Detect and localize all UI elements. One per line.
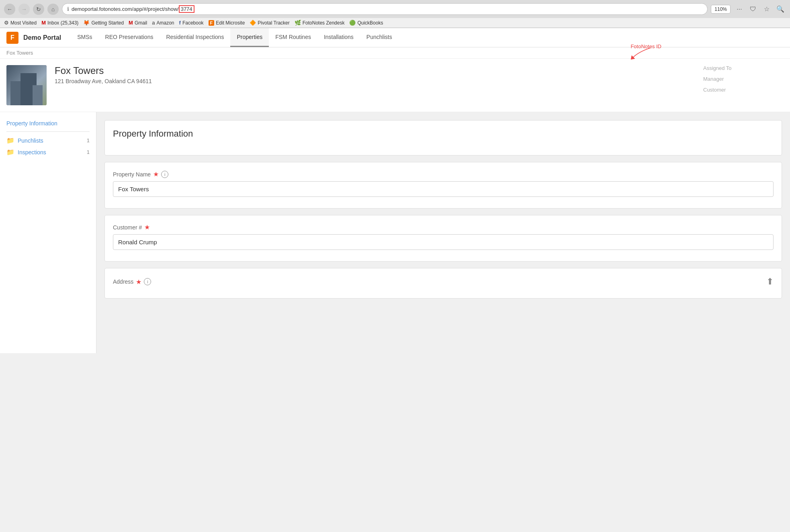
property-meta: Assigned To Manager Customer <box>703 65 784 98</box>
sidebar-divider <box>6 131 90 132</box>
address-label-text: Address <box>113 278 133 285</box>
bookmark-fotonotes-zendesk[interactable]: 🌿 FotoNotes Zendesk <box>295 20 345 26</box>
property-info: Fox Towers 121 Broadway Ave, Oakland CA … <box>55 65 703 84</box>
pivotal-tracker-label: Pivotal Tracker <box>258 20 289 26</box>
address-upload-icon[interactable]: ⬆ <box>766 276 774 287</box>
search-button[interactable]: 🔍 <box>775 4 786 15</box>
address-bar[interactable]: ℹ demoportal.fotonotes.com/app/#/project… <box>62 3 708 15</box>
edit-microsite-label: Edit Microsite <box>216 20 245 26</box>
getting-started-label: Getting Started <box>91 20 124 26</box>
bookmark-facebook[interactable]: f Facebook <box>179 20 204 26</box>
nav-reo-preservations[interactable]: REO Preservations <box>99 28 160 47</box>
property-name-heading: Fox Towers <box>55 65 703 76</box>
bookmark-getting-started[interactable]: 🦊 Getting Started <box>83 20 124 26</box>
reload-button[interactable]: ↻ <box>33 4 44 15</box>
most-visited-icon: ⚙ <box>4 20 9 26</box>
customer-number-required: ★ <box>144 223 150 231</box>
building-shape-3 <box>33 85 43 105</box>
zoom-level: 110% <box>711 5 731 14</box>
bookmark-button[interactable]: ☆ <box>761 4 772 15</box>
fotonotes-id-annotation: FotoNotes ID <box>630 43 661 60</box>
back-button[interactable]: ← <box>4 4 15 15</box>
property-image <box>6 65 47 105</box>
nav-residential-inspections[interactable]: Residential Inspections <box>160 28 230 47</box>
sidebar-inspections-label: Inspections <box>18 149 46 156</box>
address-info-icon[interactable]: i <box>144 278 151 285</box>
bookmark-most-visited[interactable]: ⚙ Most Visited <box>4 20 37 26</box>
property-header: Fox Towers 121 Broadway Ave, Oakland CA … <box>0 59 790 112</box>
customer-number-label-text: Customer # <box>113 224 142 231</box>
property-image-placeholder <box>6 65 47 105</box>
address-label-inner: Address ★ i <box>113 278 151 286</box>
main-content: Property Information 📁 Punchlists 1 📁 In… <box>0 112 790 353</box>
address-field-group: Address ★ i ⬆ <box>113 276 774 287</box>
inbox-label: Inbox (25,343) <box>47 20 78 26</box>
annotation-arrow-svg <box>630 48 655 60</box>
bookmark-amazon[interactable]: a Amazon <box>152 20 174 26</box>
customer-label: Customer <box>703 87 784 93</box>
ssl-icon: ℹ <box>67 6 69 12</box>
sidebar-item-inspections[interactable]: 📁 Inspections 1 <box>6 148 90 156</box>
facebook-icon: f <box>179 20 181 26</box>
browser-actions: ··· 🛡 ☆ 🔍 <box>734 4 786 15</box>
property-name-label-text: Property Name <box>113 171 151 178</box>
facebook-label: Facebook <box>182 20 204 26</box>
more-button[interactable]: ··· <box>734 4 745 15</box>
url-prefix: demoportal.fotonotes.com/app/#/project/s… <box>72 6 179 12</box>
sidebar-property-information[interactable]: Property Information <box>6 120 90 127</box>
customer-number-label: Customer # ★ <box>113 223 774 231</box>
address-required: ★ <box>136 278 141 286</box>
pocket-button[interactable]: 🛡 <box>747 4 759 15</box>
nav-smss[interactable]: SMSs <box>71 28 98 47</box>
folder-icon-punchlists: 📁 <box>6 137 14 144</box>
bookmark-gmail[interactable]: M Gmail <box>129 20 147 26</box>
nav-punchlists[interactable]: Punchlists <box>360 28 399 47</box>
property-name-card: Property Name ★ i <box>104 162 782 209</box>
customer-number-field-group: Customer # ★ <box>113 223 774 250</box>
amazon-label: Amazon <box>157 20 174 26</box>
property-name-info-icon[interactable]: i <box>161 171 168 178</box>
quickbooks-label: QuickBooks <box>357 20 383 26</box>
fotonotes-id-label: FotoNotes ID <box>630 43 661 49</box>
fotonotes-zendesk-label: FotoNotes Zendesk <box>303 20 345 26</box>
inbox-icon: M <box>41 20 46 26</box>
sidebar-punchlists-count: 1 <box>87 137 90 143</box>
assigned-to-label: Assigned To <box>703 65 784 71</box>
app-title: Demo Portal <box>23 34 61 41</box>
property-name-label: Property Name ★ i <box>113 170 774 178</box>
property-name-input[interactable] <box>113 181 774 197</box>
quickbooks-icon: 🟢 <box>349 20 356 26</box>
app-nav: SMSs REO Preservations Residential Inspe… <box>71 28 398 47</box>
pivotal-tracker-icon: 🔶 <box>250 20 256 26</box>
fotonotes-zendesk-icon: 🌿 <box>295 20 301 26</box>
bookmark-quickbooks[interactable]: 🟢 QuickBooks <box>349 20 383 26</box>
app-logo: F <box>6 32 18 44</box>
nav-fsm-routines[interactable]: FSM Routines <box>269 28 317 47</box>
browser-titlebar: ← → ↻ ⌂ ℹ demoportal.fotonotes.com/app/#… <box>0 0 790 18</box>
nav-installations[interactable]: Installations <box>317 28 360 47</box>
sidebar-item-punchlists[interactable]: 📁 Punchlists 1 <box>6 137 90 144</box>
getting-started-icon: 🦊 <box>83 20 90 26</box>
property-name-required: ★ <box>153 170 159 178</box>
gmail-icon: M <box>129 20 133 26</box>
breadcrumb: Fox Towers <box>6 50 33 56</box>
nav-properties[interactable]: Properties <box>230 28 269 47</box>
form-section-title: Property Information <box>113 129 774 139</box>
forward-button[interactable]: → <box>18 4 30 15</box>
customer-number-input[interactable] <box>113 234 774 250</box>
breadcrumb-bar: Fox Towers FotoNotes ID <box>0 47 790 59</box>
folder-icon-inspections: 📁 <box>6 148 14 156</box>
url-id-highlight: 3774 <box>179 5 194 13</box>
browser-chrome: ← → ↻ ⌂ ℹ demoportal.fotonotes.com/app/#… <box>0 0 790 28</box>
app-header: F Demo Portal SMSs REO Preservations Res… <box>0 28 790 47</box>
customer-number-card: Customer # ★ <box>104 215 782 262</box>
property-name-field-group: Property Name ★ i <box>113 170 774 197</box>
bookmark-edit-microsite[interactable]: F Edit Microsite <box>209 20 245 26</box>
address-label: Address ★ i ⬆ <box>113 276 774 287</box>
bookmark-inbox[interactable]: M Inbox (25,343) <box>41 20 78 26</box>
home-button[interactable]: ⌂ <box>47 4 59 15</box>
edit-microsite-icon: F <box>209 20 215 26</box>
gmail-label: Gmail <box>135 20 147 26</box>
address-card: Address ★ i ⬆ <box>104 268 782 299</box>
bookmark-pivotal-tracker[interactable]: 🔶 Pivotal Tracker <box>250 20 289 26</box>
